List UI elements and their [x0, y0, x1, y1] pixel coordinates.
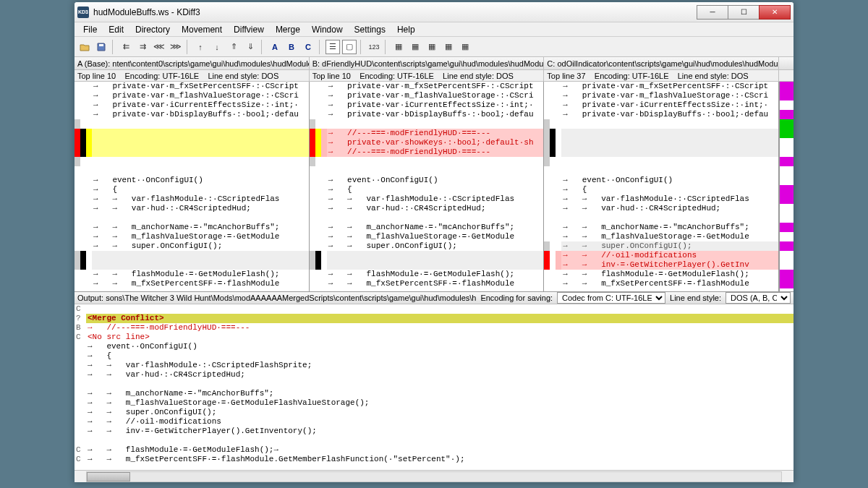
down2-arrow-icon[interactable]: ⇓ — [243, 40, 258, 54]
menu-settings[interactable]: Settings — [349, 23, 391, 36]
output-pane[interactable]: C?BCCC <Merge Conflict>→ //---===·modFri… — [75, 304, 793, 470]
app-icon: KD3 — [77, 7, 89, 18]
overview-column[interactable] — [779, 82, 793, 291]
horizontal-scrollbar[interactable] — [75, 470, 793, 482]
encoding-label: Encoding for saving: — [480, 294, 553, 302]
output-header: Output: sons\The Witcher 3 Wild Hunt\Mod… — [75, 291, 793, 304]
last-diff-icon[interactable]: ⋙ — [169, 40, 183, 54]
pane-a[interactable]: → private·var·m_fxSetPercentSFF·:·CScrip… — [75, 82, 310, 291]
pane-a-header: A (Base): ntent\content0\scripts\game\gu… — [75, 57, 310, 69]
misc1-icon[interactable]: ▦ — [391, 40, 406, 54]
output-path: Output: sons\The Witcher 3 Wild Hunt\Mod… — [77, 294, 476, 302]
lineend-select[interactable]: DOS (A, B, C) — [726, 292, 791, 304]
misc2-icon[interactable]: ▦ — [408, 40, 422, 54]
toolbar: ⇇ ⇉ ⋘ ⋙ ↑ ↓ ⇑ ⇓ A B C ☰ ▢ 123 ▦ ▦ ▦ ▦ ▦ — [75, 37, 793, 57]
scroll-thumb[interactable] — [87, 472, 130, 481]
first-diff-icon[interactable]: ⋘ — [152, 40, 166, 54]
toggle-view-icon[interactable]: ▢ — [342, 40, 357, 54]
menu-diffview[interactable]: Diffview — [228, 23, 270, 36]
svg-rect-0 — [99, 44, 103, 46]
lineend-label: Line end style: — [670, 294, 721, 302]
linenumbers-button[interactable]: 123 — [367, 40, 381, 54]
maximize-button[interactable]: ☐ — [728, 5, 760, 20]
pane-b[interactable]: → private·var·m_fxSetPercentSFF·:·CScrip… — [310, 82, 545, 291]
down-arrow-icon[interactable]: ↓ — [210, 40, 224, 54]
choose-a-button[interactable]: A — [268, 40, 282, 54]
close-button[interactable]: ✕ — [759, 5, 791, 20]
encoding-select[interactable]: Codec from C: UTF-16LE — [557, 292, 665, 304]
choose-c-button[interactable]: C — [301, 40, 315, 54]
app-window: KD3 hudModuleBuffs.ws - KDiff3 ─ ☐ ✕ Fil… — [74, 1, 794, 483]
pane-c[interactable]: → private·var·m_fxSetPercentSFF·:·CScrip… — [544, 82, 779, 291]
minimize-button[interactable]: ─ — [697, 5, 728, 20]
prev-diff-icon[interactable]: ⇇ — [119, 40, 133, 54]
toggle-split-icon[interactable]: ☰ — [326, 40, 340, 54]
misc5-icon[interactable]: ▦ — [458, 40, 472, 54]
choose-b-button[interactable]: B — [284, 40, 299, 54]
menu-help[interactable]: Help — [391, 23, 421, 36]
diff-panes: → private·var·m_fxSetPercentSFF·:·CScrip… — [75, 82, 793, 291]
misc3-icon[interactable]: ▦ — [425, 40, 439, 54]
next-diff-icon[interactable]: ⇉ — [135, 40, 150, 54]
menubar: File Edit Directory Movement Diffview Me… — [75, 22, 793, 37]
titlebar[interactable]: KD3 hudModuleBuffs.ws - KDiff3 ─ ☐ ✕ — [75, 2, 793, 22]
menu-movement[interactable]: Movement — [176, 23, 228, 36]
window-title: hudModuleBuffs.ws - KDiff3 — [93, 7, 697, 17]
menu-window[interactable]: Window — [306, 23, 349, 36]
up-arrow-icon[interactable]: ↑ — [193, 40, 208, 54]
save-icon[interactable] — [94, 40, 109, 54]
up2-arrow-icon[interactable]: ⇑ — [226, 40, 241, 54]
pane-b-header: B: dFriendlyHUD\content\scripts\game\gui… — [310, 57, 545, 69]
pane-c-header: C: odOilIndicator\content\scripts\game\g… — [544, 57, 779, 69]
menu-edit[interactable]: Edit — [103, 23, 129, 36]
menu-directory[interactable]: Directory — [129, 23, 176, 36]
pane-infobar: Top line 10 Encoding: UTF-16LE Line end … — [75, 70, 793, 82]
menu-merge[interactable]: Merge — [270, 23, 306, 36]
misc4-icon[interactable]: ▦ — [441, 40, 456, 54]
pane-headers: A (Base): ntent\content0\scripts\game\gu… — [75, 57, 793, 70]
open-icon[interactable] — [77, 40, 92, 54]
menu-file[interactable]: File — [77, 23, 103, 36]
